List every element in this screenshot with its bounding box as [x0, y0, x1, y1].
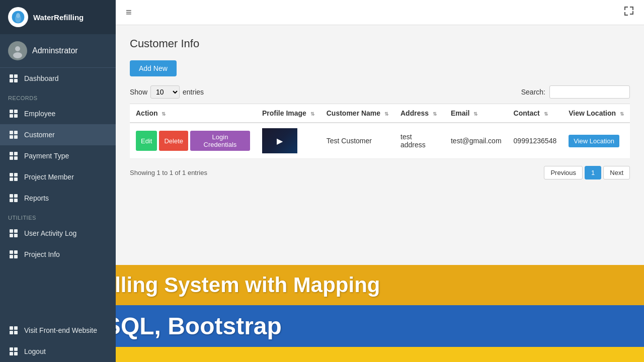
sidebar-item-label: Reports — [24, 194, 49, 202]
employee-icon — [8, 108, 19, 119]
sidebar-item-label: Logout — [24, 347, 46, 355]
svg-rect-17 — [14, 135, 18, 139]
payment-type-icon — [8, 150, 19, 161]
sidebar-item-project-info[interactable]: Project Info — [0, 244, 116, 265]
dashboard-icon — [8, 73, 19, 84]
sidebar-item-label: Employee — [24, 110, 55, 118]
svg-rect-44 — [10, 352, 13, 355]
banner-title: Water Refilling System with Mapping — [116, 273, 633, 297]
svg-rect-39 — [14, 326, 18, 330]
profile-image — [262, 128, 297, 153]
svg-rect-29 — [14, 199, 18, 202]
table-controls: Show 10 25 50 100 entries Search: — [130, 85, 630, 99]
page-1-button[interactable]: 1 — [585, 166, 601, 179]
svg-rect-18 — [10, 152, 13, 155]
sidebar-item-label: Dashboard — [24, 74, 59, 82]
hamburger-button[interactable]: ≡ — [126, 7, 132, 18]
svg-rect-43 — [14, 347, 18, 351]
sidebar-item-label: Payment Type — [24, 152, 69, 160]
sidebar-item-label: Customer — [24, 131, 55, 139]
banner-top: Water Refilling System with Mapping — [116, 265, 644, 305]
svg-rect-10 — [10, 110, 13, 113]
sidebar-item-visit-frontend[interactable]: Visit Front-end Website — [0, 320, 116, 341]
svg-rect-30 — [10, 229, 13, 233]
sidebar-item-label: Project Member — [24, 173, 74, 181]
col-contact: Contact ⇅ — [508, 104, 563, 123]
show-entries-control: Show 10 25 50 100 entries — [130, 85, 204, 99]
sidebar-item-payment-type[interactable]: Payment Type — [0, 145, 116, 166]
entries-label: entries — [183, 88, 204, 96]
previous-button[interactable]: Previous — [544, 166, 583, 179]
logout-icon — [8, 346, 19, 357]
avatar — [8, 41, 27, 60]
delete-button[interactable]: Delete — [159, 131, 188, 151]
view-location-cell: View Location — [562, 123, 630, 159]
email-sort-icon[interactable]: ⇅ — [473, 111, 477, 117]
entries-select[interactable]: 10 25 50 100 — [150, 85, 180, 99]
sidebar-item-dashboard[interactable]: Dashboard — [0, 68, 116, 89]
project-member-icon — [8, 171, 19, 183]
col-customer-name: Customer Name ⇅ — [320, 104, 394, 123]
svg-point-5 — [13, 52, 22, 58]
svg-rect-28 — [10, 199, 13, 202]
sidebar-item-customer[interactable]: Customer — [0, 124, 116, 145]
svg-rect-11 — [14, 110, 18, 113]
overlay-banner: Water Refilling System with Mapping PHP,… — [116, 265, 644, 362]
sidebar-item-label: User Activity Log — [24, 229, 76, 237]
table-row: Edit Delete Login Credentials Test Custo… — [130, 123, 630, 159]
banner-subtitle: PHP, MySQL, Bootstrap — [116, 312, 633, 340]
svg-point-4 — [15, 46, 20, 51]
table-header-row: Action ⇅ Profile Image ⇅ Customer Name ⇅… — [130, 104, 630, 123]
svg-rect-23 — [14, 173, 18, 176]
customer-table: Action ⇅ Profile Image ⇅ Customer Name ⇅… — [130, 104, 630, 159]
expand-button[interactable] — [624, 6, 634, 19]
svg-rect-13 — [14, 114, 18, 118]
email-cell: test@gmail.com — [445, 123, 508, 159]
svg-rect-33 — [14, 234, 18, 237]
sidebar-item-label: Project Info — [24, 250, 60, 258]
sidebar-item-project-member[interactable]: Project Member — [0, 166, 116, 188]
records-section-label: Records — [0, 89, 116, 103]
svg-rect-27 — [14, 194, 18, 198]
search-input[interactable] — [549, 85, 630, 99]
sidebar-logo-icon — [8, 7, 28, 27]
address-sort-icon[interactable]: ⇅ — [433, 111, 437, 117]
utilities-section-label: Utilities — [0, 209, 116, 223]
svg-rect-26 — [10, 194, 13, 198]
edit-button[interactable]: Edit — [136, 131, 157, 151]
sidebar-header: WaterRefilling — [0, 0, 116, 34]
login-credentials-button[interactable]: Login Credentials — [190, 131, 250, 151]
svg-rect-35 — [14, 250, 18, 254]
sidebar-item-logout[interactable]: Logout — [0, 341, 116, 362]
svg-rect-32 — [10, 234, 13, 237]
pagination: Previous 1 Next — [544, 166, 630, 179]
name-sort-icon[interactable]: ⇅ — [384, 111, 388, 117]
col-email: Email ⇅ — [445, 104, 508, 123]
sidebar-item-reports[interactable]: Reports — [0, 188, 116, 209]
view-location-button[interactable]: View Location — [569, 135, 619, 147]
col-view-location: View Location ⇅ — [562, 104, 630, 123]
search-area: Search: — [521, 85, 630, 99]
customer-icon — [8, 129, 19, 140]
svg-rect-36 — [10, 255, 13, 258]
action-sort-icon[interactable]: ⇅ — [162, 111, 166, 117]
svg-rect-8 — [10, 79, 13, 82]
address-cell: test address — [394, 123, 445, 159]
action-cell: Edit Delete Login Credentials — [130, 123, 256, 159]
contact-sort-icon[interactable]: ⇅ — [544, 111, 548, 117]
location-sort-icon[interactable]: ⇅ — [620, 111, 624, 117]
svg-rect-9 — [14, 79, 18, 82]
add-new-button[interactable]: Add New — [130, 60, 177, 76]
col-action: Action ⇅ — [130, 104, 256, 123]
next-button[interactable]: Next — [603, 166, 630, 179]
sidebar-bottom: Visit Front-end Website Logout — [0, 320, 116, 362]
page-title: Customer Info — [130, 37, 630, 50]
svg-rect-45 — [14, 352, 18, 355]
svg-rect-41 — [14, 331, 18, 334]
action-buttons: Edit Delete Login Credentials — [136, 131, 250, 151]
sidebar: WaterRefilling Adminstrator Dashboard — [0, 0, 116, 362]
sidebar-item-user-activity-log[interactable]: User Activity Log — [0, 223, 116, 244]
profile-sort-icon[interactable]: ⇅ — [310, 111, 314, 117]
sidebar-item-employee[interactable]: Employee — [0, 103, 116, 124]
svg-rect-34 — [10, 250, 13, 254]
